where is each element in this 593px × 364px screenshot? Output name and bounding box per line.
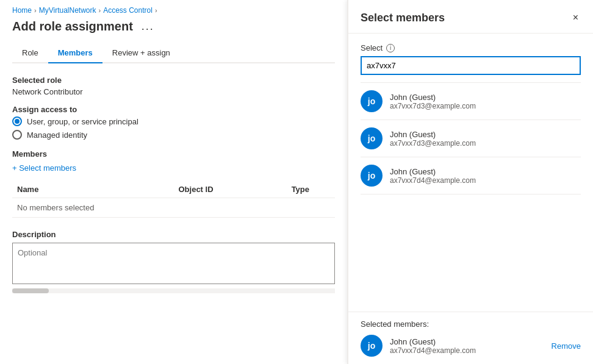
table-col-name: Name — [12, 181, 174, 198]
user-name-2: John (Guest) — [390, 167, 476, 176]
left-panel: Home › MyVirtualNetwork › Access Control… — [0, 0, 348, 364]
selected-user-name: John (Guest) — [390, 337, 476, 346]
remove-button[interactable]: Remove — [552, 341, 581, 351]
select-members-flyout: Select members × Select i jo John (Guest… — [348, 0, 593, 364]
info-icon[interactable]: i — [386, 44, 395, 52]
chevron-icon-1: › — [34, 7, 37, 14]
avatar-1: jo — [361, 127, 383, 149]
scroll-bar[interactable] — [12, 288, 335, 293]
user-info-0: John (Guest) ax7vxx7d3@example.com — [390, 93, 476, 110]
user-info-2: John (Guest) ax7vxx7d4@example.com — [390, 167, 476, 185]
selected-members-label: Selected members: — [361, 319, 581, 329]
selected-member-item: jo John (Guest) ax7vxx7d4@example.com Re… — [361, 335, 581, 357]
user-email-0: ax7vxx7d3@example.com — [390, 102, 476, 110]
description-label: Description — [12, 230, 335, 239]
chevron-icon-2: › — [99, 7, 101, 14]
list-item-1[interactable]: jo John (Guest) ax7vxx7d3@example.com — [361, 120, 581, 157]
ellipsis-button[interactable]: ... — [139, 20, 157, 33]
flyout-header: Select members × — [348, 0, 593, 34]
table-col-objectid: Object ID — [174, 181, 287, 198]
radio-circle-user — [12, 116, 22, 126]
avatar-0: jo — [361, 90, 383, 112]
user-name-1: John (Guest) — [390, 130, 476, 139]
radio-label-managed: Managed identity — [27, 130, 87, 140]
description-input[interactable] — [12, 243, 335, 284]
table-col-type: Type — [287, 181, 335, 198]
user-email-1: ax7vxx7d3@example.com — [390, 139, 476, 148]
empty-row-cell: No members selected — [12, 198, 335, 218]
members-table: Name Object ID Type No members selected — [12, 181, 335, 218]
user-name-0: John (Guest) — [390, 93, 476, 102]
breadcrumb: Home › MyVirtualNetwork › Access Control… — [12, 6, 335, 15]
user-info-1: John (Guest) ax7vxx7d3@example.com — [390, 130, 476, 148]
selected-role-label: Selected role — [12, 76, 335, 85]
members-section-label: Members — [12, 149, 335, 159]
scroll-thumb — [12, 288, 49, 293]
breadcrumb-network[interactable]: MyVirtualNetwork — [39, 6, 96, 15]
assign-access-radio-group: User, group, or service principal Manage… — [12, 116, 335, 140]
tab-bar: Role Members Review + assign — [12, 43, 335, 63]
search-input[interactable] — [361, 56, 581, 75]
selected-user-email: ax7vxx7d4@example.com — [390, 346, 476, 355]
user-email-2: ax7vxx7d4@example.com — [390, 176, 476, 185]
page-title: Add role assignment — [12, 20, 133, 34]
page-title-row: Add role assignment ... — [12, 20, 335, 34]
selected-role-value: Network Contributor — [12, 87, 335, 96]
radio-label-user: User, group, or service principal — [27, 117, 138, 126]
selected-avatar: jo — [361, 335, 383, 357]
avatar-2: jo — [361, 165, 383, 187]
select-members-link[interactable]: + Select members — [12, 163, 335, 173]
radio-user-group[interactable]: User, group, or service principal — [12, 116, 335, 126]
flyout-title: Select members — [361, 12, 445, 24]
select-label-text: Select — [361, 43, 383, 52]
close-button[interactable]: × — [570, 10, 581, 26]
assign-access-label: Assign access to — [12, 105, 335, 114]
radio-circle-managed — [12, 130, 22, 140]
tab-review[interactable]: Review + assign — [102, 43, 180, 63]
user-list: jo John (Guest) ax7vxx7d3@example.com jo… — [361, 82, 581, 194]
tab-role[interactable]: Role — [12, 43, 48, 63]
flyout-body: Select i jo John (Guest) ax7vxx7d3@examp… — [348, 34, 593, 312]
breadcrumb-home[interactable]: Home — [12, 6, 32, 15]
selected-members-section: Selected members: jo John (Guest) ax7vxx… — [348, 312, 593, 364]
select-label-row: Select i — [361, 43, 581, 52]
breadcrumb-access-control[interactable]: Access Control — [103, 6, 153, 15]
list-item-2[interactable]: jo John (Guest) ax7vxx7d4@example.com — [361, 157, 581, 194]
list-item-0[interactable]: jo John (Guest) ax7vxx7d3@example.com — [361, 83, 581, 120]
selected-user-info: John (Guest) ax7vxx7d4@example.com — [390, 337, 476, 355]
chevron-icon-3: › — [155, 7, 157, 14]
table-row-empty: No members selected — [12, 198, 335, 218]
radio-managed-identity[interactable]: Managed identity — [12, 130, 335, 140]
tab-members[interactable]: Members — [48, 43, 102, 63]
